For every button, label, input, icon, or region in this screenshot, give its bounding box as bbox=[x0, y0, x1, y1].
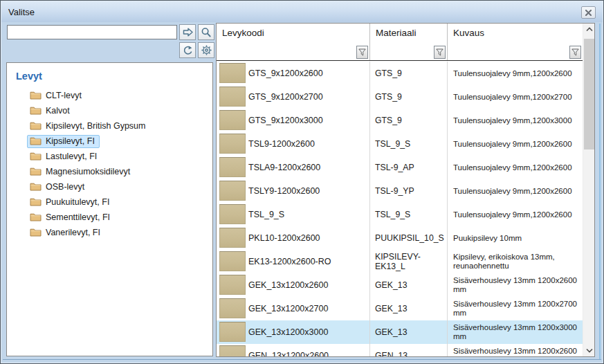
tree-item-label: Puukuitulevyt, FI bbox=[46, 197, 109, 207]
tree-item-label: Kalvot bbox=[46, 106, 70, 116]
cell-kuvaus: Tuulensuojalevy 9mm,1200x2700 bbox=[448, 85, 583, 109]
plate-thumbnail bbox=[219, 228, 246, 248]
table-row[interactable]: TSLA9-1200x2600TSL-9_APTuulensuojalevy 9… bbox=[217, 156, 583, 179]
column-header-levykoodi[interactable]: Levykoodi bbox=[217, 24, 370, 60]
tree-item-label: OSB-levyt bbox=[46, 182, 84, 192]
frame-accent-bottom bbox=[3, 359, 601, 360]
cell-levykoodi: TSLY9-1200x2600 bbox=[217, 179, 370, 203]
tree-item-puukuitulevyt-fi[interactable]: Puukuitulevyt, FI bbox=[7, 194, 212, 210]
cell-kuvaus: Sisäverhouslevy 13mm 1200x2600 mm bbox=[448, 344, 583, 356]
cell-materiaali: TSL-9_YP bbox=[370, 179, 448, 203]
folder-icon bbox=[30, 212, 42, 221]
cell-materiaali: GEN_13 bbox=[370, 344, 448, 356]
tree-item-kalvot[interactable]: Kalvot bbox=[7, 103, 212, 118]
plate-code: GTS_9x1200x2700 bbox=[248, 92, 323, 102]
cell-levykoodi: TSLA9-1200x2600 bbox=[217, 156, 370, 179]
cell-levykoodi: TSL_9_S bbox=[217, 203, 370, 226]
scrollbar-thumb[interactable] bbox=[584, 39, 594, 149]
tree-header: Levyt bbox=[16, 71, 212, 82]
plate-code: TSLY9-1200x2600 bbox=[248, 186, 320, 196]
cell-kuvaus: Sisäverhouslevy 13mm 1200x2700 mm bbox=[448, 297, 583, 320]
column-header-materiaali[interactable]: Materiaali bbox=[370, 24, 448, 60]
plate-thumbnail bbox=[219, 110, 246, 130]
magnifier-icon bbox=[201, 27, 212, 38]
table-row[interactable]: GTS_9x1200x3000GTS_9Tuulensuojalevy 9mm,… bbox=[217, 109, 583, 132]
tree-item-label: CLT-levyt bbox=[46, 91, 82, 100]
plate-thumbnail bbox=[219, 275, 246, 295]
tree-item-highlight: Lastulevyt, FI bbox=[27, 150, 102, 163]
table-row[interactable]: TSL9-1200x2600TSL_9_STuulensuojalevy 9mm… bbox=[217, 132, 583, 156]
go-button[interactable] bbox=[179, 24, 196, 40]
cell-materiaali: TSL-9_AP bbox=[370, 156, 448, 179]
table-row[interactable]: PKL10-1200x2600PUUKIPSIL_10_SPuukipsilev… bbox=[217, 226, 583, 250]
cell-materiaali: GEK_13 bbox=[370, 297, 448, 320]
refresh-button[interactable] bbox=[179, 42, 196, 58]
table-row[interactable]: GEK_13x1200x2700GEK_13Sisäverhouslevy 13… bbox=[217, 297, 583, 320]
cell-kuvaus: Tuulensuojalevy 9mm,1200x2600 bbox=[448, 179, 583, 203]
cell-materiaali: GEK_13 bbox=[370, 273, 448, 297]
table-row[interactable]: GEN_13x1200x2600GEN_13Sisäverhouslevy 13… bbox=[217, 344, 583, 356]
tree-item-highlight: Kipsilevyt, British Gypsum bbox=[27, 120, 150, 133]
folder-icon bbox=[30, 136, 42, 145]
tree-item-kipsilevyt-fi[interactable]: Kipsilevyt, FI bbox=[7, 134, 212, 149]
filter-button-kuvaus[interactable] bbox=[569, 46, 581, 59]
tree-item-highlight: Sementtilevyt, FI bbox=[27, 211, 115, 224]
tree-item-magnesiumoksidilevyt[interactable]: Magnesiumoksidilevyt bbox=[7, 164, 212, 179]
cell-kuvaus: Tuulensuojalevy 9mm,1200x2600 bbox=[448, 62, 583, 85]
cell-levykoodi: GTS_9x1200x3000 bbox=[217, 109, 370, 132]
filter-button-materiaali[interactable] bbox=[434, 46, 446, 59]
tree-item-osb-levyt[interactable]: OSB-levyt bbox=[7, 179, 212, 194]
plate-thumbnail bbox=[219, 63, 246, 83]
plate-thumbnail bbox=[219, 181, 246, 201]
filter-funnel-icon bbox=[436, 48, 443, 56]
tree-item-highlight: CLT-levyt bbox=[27, 89, 86, 102]
filter-button-levykoodi[interactable] bbox=[356, 46, 368, 59]
tree-item-label: Kipsilevyt, British Gypsum bbox=[46, 121, 145, 131]
column-header-label: Kuvaus bbox=[448, 24, 583, 38]
tree-item-label: Kipsilevyt, FI bbox=[46, 136, 95, 146]
cell-materiaali: KIPSILEVY-EK13_L bbox=[370, 250, 448, 273]
tree-item-sementtilevyt-fi[interactable]: Sementtilevyt, FI bbox=[7, 210, 212, 225]
cell-kuvaus: Tuulensuojalevy 9mm,1200x2600 bbox=[448, 132, 583, 156]
table-header-row: LevykoodiMateriaaliKuvaus bbox=[217, 24, 583, 61]
frame-accent-right bbox=[599, 24, 601, 359]
scroll-down-button[interactable] bbox=[583, 345, 595, 356]
search-input[interactable] bbox=[7, 25, 177, 39]
filter-funnel-icon bbox=[358, 48, 366, 56]
plate-code: TSL_9_S bbox=[248, 210, 284, 219]
table-row[interactable]: GEK_13x1200x3000GEK_13Sisäverhouslevy 13… bbox=[217, 320, 583, 344]
search-button[interactable] bbox=[198, 24, 214, 40]
tree-item-kipsilevyt-british-gypsum[interactable]: Kipsilevyt, British Gypsum bbox=[7, 118, 212, 134]
tree-item-lastulevyt-fi[interactable]: Lastulevyt, FI bbox=[7, 149, 212, 164]
cell-levykoodi: PKL10-1200x2600 bbox=[217, 226, 370, 250]
plate-code: GTS_9x1200x3000 bbox=[248, 116, 323, 125]
cell-kuvaus: Sisäverhouslevy 13mm 1200x3000 mm bbox=[448, 320, 583, 344]
cell-kuvaus: Puukipsilevy 10mm bbox=[448, 226, 583, 250]
folder-icon bbox=[30, 106, 42, 115]
table-row[interactable]: GTS_9x1200x2600GTS_9Tuulensuojalevy 9mm,… bbox=[217, 62, 583, 85]
cell-materiaali: GTS_9 bbox=[370, 109, 448, 132]
cell-levykoodi: GEK_13x1200x2600 bbox=[217, 273, 370, 297]
close-icon bbox=[585, 10, 592, 16]
tree-item-clt-levyt[interactable]: CLT-levyt bbox=[7, 88, 212, 103]
vertical-scrollbar[interactable] bbox=[583, 24, 594, 356]
close-button[interactable] bbox=[581, 6, 596, 19]
table-row[interactable]: TSLY9-1200x2600TSL-9_YPTuulensuojalevy 9… bbox=[217, 179, 583, 203]
table-row[interactable]: GEK_13x1200x2600GEK_13Sisäverhouslevy 13… bbox=[217, 273, 583, 297]
tree-item-vanerilevyt-fi[interactable]: Vanerilevyt, FI bbox=[7, 225, 212, 240]
cell-levykoodi: TSL9-1200x2600 bbox=[217, 132, 370, 156]
table-row[interactable]: TSL_9_STSL_9_STuulensuojalevy 9mm,1200x2… bbox=[217, 203, 583, 226]
settings-button[interactable] bbox=[198, 42, 214, 58]
tree-item-highlight: Kalvot bbox=[27, 104, 75, 118]
tree-item-label: Vanerilevyt, FI bbox=[46, 228, 100, 237]
plate-code: PKL10-1200x2600 bbox=[248, 233, 320, 243]
titlebar[interactable]: Valitse bbox=[1, 1, 603, 22]
table-row[interactable]: GTS_9x1200x2700GTS_9Tuulensuojalevy 9mm,… bbox=[217, 85, 583, 109]
plate-thumbnail bbox=[219, 298, 246, 318]
cell-kuvaus: Tuulensuojalevy 9mm,1200x2600 bbox=[448, 156, 583, 179]
scroll-up-button[interactable] bbox=[583, 24, 595, 35]
column-header-kuvaus[interactable]: Kuvaus bbox=[448, 24, 583, 60]
tree-item-highlight: Vanerilevyt, FI bbox=[27, 226, 105, 239]
table-row[interactable]: EK13-1200x2600-ROKIPSILEVY-EK13_LKipsile… bbox=[217, 250, 583, 273]
tree-panel: Levyt CLT-levytKalvotKipsilevyt, British… bbox=[6, 62, 213, 356]
